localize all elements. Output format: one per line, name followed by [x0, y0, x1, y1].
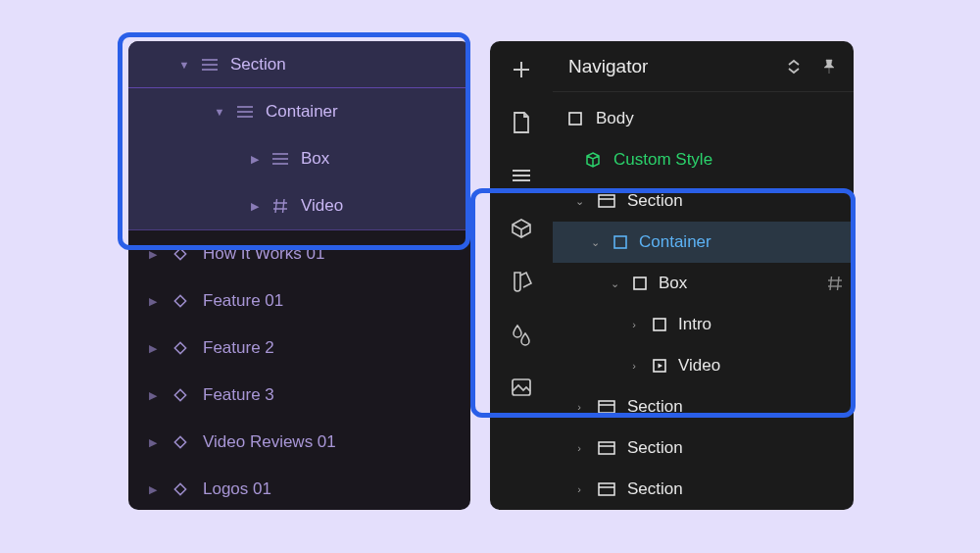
nav-label: Box	[659, 274, 687, 293]
menu-icon[interactable]	[509, 163, 534, 188]
diamond-icon	[172, 433, 189, 451]
box-icon	[651, 316, 668, 333]
nav-label: Intro	[678, 315, 711, 334]
chevron-right-icon[interactable]: ▶	[148, 437, 158, 447]
nav-label: Custom Style	[613, 150, 712, 170]
layer-label: Video Reviews 01	[203, 432, 336, 452]
nav-row-intro[interactable]: › Intro	[553, 304, 854, 345]
hash-icon	[271, 197, 289, 215]
nav-row-box[interactable]: ⌄ Box	[553, 263, 854, 304]
svg-rect-34	[654, 319, 665, 330]
chevron-right-icon[interactable]: ▶	[148, 484, 158, 494]
svg-line-10	[283, 199, 285, 213]
svg-rect-28	[614, 236, 626, 248]
chevron-right-icon[interactable]: ▶	[250, 154, 260, 164]
chevron-right-icon[interactable]: ›	[627, 359, 641, 373]
svg-rect-29	[634, 277, 646, 289]
svg-rect-15	[174, 342, 185, 353]
svg-rect-25	[569, 113, 581, 125]
layer-row[interactable]: ▶Feature 3	[128, 372, 470, 419]
nav-row-body[interactable]: Body	[553, 98, 854, 139]
layer-label: Feature 01	[203, 291, 283, 311]
layer-label: Box	[301, 149, 329, 169]
nav-row-section[interactable]: › Section	[553, 386, 854, 427]
section-icon	[598, 192, 615, 210]
chevron-right-icon[interactable]: ▶	[148, 249, 158, 259]
navigator-header: Navigator	[553, 41, 854, 92]
svg-rect-17	[174, 436, 185, 447]
box-icon	[612, 233, 629, 251]
diamond-icon	[172, 339, 189, 357]
nav-label: Section	[627, 397, 683, 417]
diamond-icon	[172, 480, 189, 498]
chevron-right-icon[interactable]: ›	[627, 318, 641, 331]
nav-row-section[interactable]: ⌄ Section	[553, 180, 854, 222]
chevron-right-icon[interactable]: ›	[572, 482, 586, 496]
layer-row[interactable]: ▶Feature 2	[128, 325, 470, 372]
layer-row-container[interactable]: ▼ Container	[128, 88, 470, 135]
lines-icon	[201, 56, 219, 74]
svg-rect-13	[174, 248, 185, 259]
image-icon[interactable]	[509, 375, 534, 400]
diamond-icon	[172, 292, 189, 310]
nav-row-container[interactable]: ⌄ Container	[553, 222, 854, 263]
cube-icon[interactable]	[509, 216, 534, 241]
swatches-icon[interactable]	[509, 269, 534, 294]
layer-label: How It Works 01	[203, 244, 324, 264]
svg-rect-16	[174, 389, 185, 400]
page-icon[interactable]	[509, 110, 534, 135]
layer-row-section[interactable]: ▼ Section	[128, 41, 470, 88]
legacy-highlighted-group: ▼ Section ▼ Container ▶ Box ▶ Video	[128, 41, 470, 230]
collapse-icon[interactable]	[783, 56, 805, 77]
chevron-right-icon[interactable]: ▶	[250, 201, 260, 211]
play-icon	[651, 357, 668, 375]
svg-line-31	[838, 276, 840, 290]
svg-rect-38	[599, 442, 614, 454]
nav-label: Body	[596, 109, 634, 128]
layer-row[interactable]: ▶Logos 01	[128, 466, 470, 510]
package-icon	[584, 151, 602, 169]
layer-row-video[interactable]: ▶ Video	[128, 182, 470, 229]
nav-label: Video	[678, 356, 720, 376]
chevron-down-icon[interactable]: ⌄	[572, 194, 586, 208]
navigator-tree: Body Custom Style ⌄ Section ⌄ Container …	[553, 92, 854, 510]
svg-rect-18	[174, 483, 185, 494]
chevron-right-icon[interactable]: ▶	[148, 343, 158, 353]
chevron-right-icon[interactable]: ▶	[148, 296, 158, 306]
nav-row-video[interactable]: › Video	[553, 345, 854, 386]
section-icon	[598, 439, 615, 457]
nav-row-section[interactable]: › Section	[553, 469, 854, 510]
layer-label: Feature 3	[203, 385, 274, 405]
legacy-layers-rest: ▶How It Works 01 ▶Feature 01 ▶Feature 2 …	[128, 230, 470, 510]
chevron-right-icon[interactable]: ›	[572, 441, 586, 455]
layer-label: Video	[301, 196, 343, 216]
chevron-down-icon[interactable]: ▼	[179, 60, 189, 70]
chevron-down-icon[interactable]: ⌄	[608, 276, 621, 290]
section-icon	[598, 398, 615, 416]
grid-icon[interactable]	[826, 275, 844, 292]
chevron-right-icon[interactable]: ▶	[148, 390, 158, 400]
nav-row-section[interactable]: › Section	[553, 427, 854, 469]
box-icon	[566, 110, 584, 127]
diamond-icon	[172, 245, 189, 263]
svg-rect-40	[599, 483, 614, 495]
chevron-down-icon[interactable]: ▼	[215, 107, 224, 117]
layer-row[interactable]: ▶How It Works 01	[128, 230, 470, 277]
nav-row-custom-style[interactable]: Custom Style	[553, 139, 854, 180]
navigator-panel: Navigator Body Custom Style ⌄ Section ⌄	[553, 41, 854, 510]
pin-icon[interactable]	[818, 56, 840, 77]
layer-row[interactable]: ▶Feature 01	[128, 277, 470, 325]
lines-icon	[236, 103, 254, 121]
diamond-icon	[172, 386, 189, 404]
nav-label: Section	[627, 438, 683, 458]
layer-label: Section	[230, 55, 286, 75]
layer-row-box[interactable]: ▶ Box	[128, 135, 470, 182]
layer-label: Container	[266, 102, 338, 122]
chevron-right-icon[interactable]: ›	[572, 400, 586, 414]
layer-row[interactable]: ▶Video Reviews 01	[128, 419, 470, 466]
svg-rect-26	[599, 195, 614, 207]
add-icon[interactable]	[509, 57, 534, 82]
droplets-icon[interactable]	[509, 322, 534, 347]
svg-rect-36	[599, 401, 614, 413]
chevron-down-icon[interactable]: ⌄	[588, 235, 602, 249]
